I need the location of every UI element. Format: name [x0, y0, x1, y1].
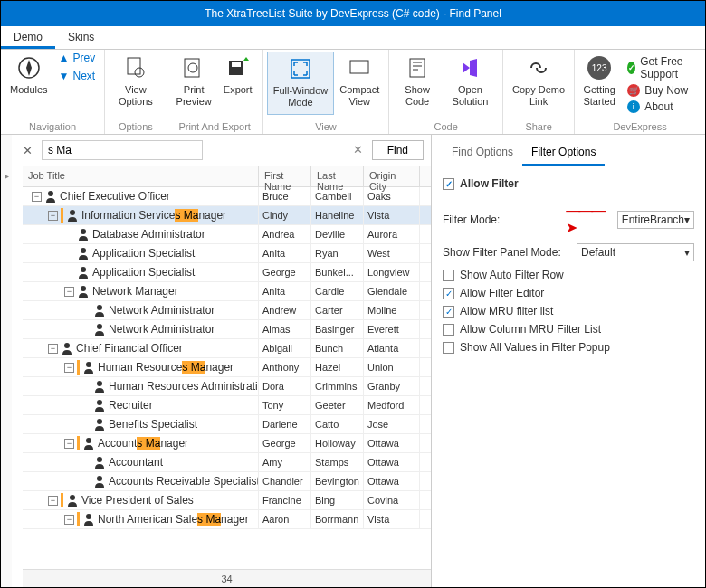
- tab-find-options[interactable]: Find Options: [443, 140, 522, 166]
- options-panel: Find Options Filter Options ✓Allow Filte…: [432, 135, 705, 587]
- allow-filter-checkbox[interactable]: ✓: [443, 178, 454, 190]
- chevron-down-icon: ▾: [684, 246, 690, 259]
- col-last-name[interactable]: Last Name: [311, 166, 364, 186]
- status-bar: 34: [23, 569, 431, 587]
- table-row[interactable]: Application SpecialistGeorgeBunkel...Lon…: [23, 263, 431, 282]
- table-row[interactable]: −North American Sales ManagerAaronBorrma…: [23, 510, 431, 529]
- table-row[interactable]: −Human Resources ManagerAnthonyHazelUnio…: [23, 358, 431, 377]
- svg-rect-8: [350, 61, 368, 73]
- getting-started-button[interactable]: 123 Getting Started: [578, 52, 620, 115]
- expand-icon[interactable]: −: [64, 363, 74, 373]
- export-button[interactable]: Export: [217, 52, 259, 115]
- svg-point-12: [81, 229, 86, 234]
- expand-icon[interactable]: −: [48, 496, 58, 506]
- svg-point-26: [70, 495, 75, 500]
- show-code-button[interactable]: Show Code: [393, 52, 442, 115]
- expand-icon[interactable]: −: [64, 287, 74, 297]
- table-row[interactable]: −Chief Executive OfficerBruceCambellOaks: [23, 187, 431, 206]
- table-row[interactable]: −Information Services ManagerCindyHaneli…: [23, 206, 431, 225]
- group-navigation: Navigation: [5, 119, 100, 134]
- expand-icon[interactable]: −: [64, 515, 74, 525]
- svg-point-14: [81, 267, 86, 272]
- cart-icon: 🛒: [627, 84, 640, 97]
- table-row[interactable]: Human Resources Administrativ...DoraCrim…: [23, 377, 431, 396]
- print-preview-button[interactable]: Print Preview: [171, 52, 217, 115]
- expand-icon[interactable]: −: [48, 211, 58, 221]
- arrow-right-icon: ———➤: [566, 203, 610, 236]
- table-row[interactable]: −Chief Financial OfficerAbigailBunchAtla…: [23, 339, 431, 358]
- svg-point-23: [86, 438, 91, 443]
- expand-icon[interactable]: −: [64, 439, 74, 449]
- clear-find-icon[interactable]: ✕: [353, 143, 363, 156]
- table-row[interactable]: RecruiterTonyGeeterMedford: [23, 396, 431, 415]
- svg-point-16: [97, 305, 102, 310]
- find-panel: ✕ ✕ Find: [12, 135, 431, 166]
- chk-show-all-values[interactable]: Show All Values in Filter Popup: [443, 341, 694, 354]
- svg-point-2: [135, 68, 144, 77]
- filter-mode-label: Filter Mode:: [443, 213, 558, 226]
- svg-point-22: [97, 419, 102, 424]
- chk-allow-mru[interactable]: ✓Allow MRU filter list: [443, 305, 694, 318]
- compact-view-button[interactable]: Compact View: [334, 52, 385, 115]
- svg-rect-9: [410, 59, 425, 77]
- chk-allow-column-mru[interactable]: Allow Column MRU Filter List: [443, 323, 694, 336]
- table-row[interactable]: AccountantAmyStampsOttawa: [23, 453, 431, 472]
- table-row[interactable]: Network AdministratorAlmasBasingerEveret…: [23, 320, 431, 339]
- chevron-down-icon: ▾: [684, 213, 690, 226]
- code-page-icon: [405, 55, 430, 81]
- table-row[interactable]: Database AdministratorAndreaDevilleAuror…: [23, 225, 431, 244]
- table-row[interactable]: Benefits SpecialistDarleneCattoJose: [23, 415, 431, 434]
- view-options-button[interactable]: View Options: [109, 52, 162, 115]
- about-link[interactable]: iAbout: [627, 100, 694, 113]
- table-row[interactable]: Application SpecialistAnitaRyanWest: [23, 244, 431, 263]
- table-row[interactable]: −Accounts ManagerGeorgeHollowayOttawa: [23, 434, 431, 453]
- menu-skins[interactable]: Skins: [55, 26, 107, 49]
- modules-button[interactable]: Modules: [5, 52, 53, 115]
- col-job-title[interactable]: Job Title: [23, 166, 259, 186]
- column-header-row: Job Title First Name Last Name Origin Ci…: [23, 166, 431, 187]
- svg-point-11: [70, 210, 75, 215]
- chk-auto-filter-row[interactable]: Show Auto Filter Row: [443, 269, 694, 281]
- table-row[interactable]: −Vice President of SalesFrancineBingCovi…: [23, 491, 431, 510]
- document-gear-icon: [123, 55, 148, 81]
- get-support-link[interactable]: ✓Get Free Support: [627, 55, 694, 81]
- find-button[interactable]: Find: [372, 140, 424, 160]
- group-print-export: Print And Export: [171, 119, 259, 134]
- expand-icon[interactable]: −: [32, 192, 42, 202]
- table-row[interactable]: Network AdministratorAndrewCarterMoline: [23, 301, 431, 320]
- filter-panel-mode-select[interactable]: Default▾: [577, 243, 694, 261]
- svg-point-10: [48, 191, 53, 196]
- svg-point-13: [81, 248, 86, 253]
- table-row[interactable]: −Network ManagerAnitaCardleGlendale: [23, 282, 431, 301]
- ribbon: Modules ▲Prev ▼Next Navigation View Opti…: [1, 50, 705, 135]
- buy-now-link[interactable]: 🛒Buy Now: [627, 84, 694, 97]
- svg-point-18: [64, 343, 70, 348]
- group-devexpress: DevExpress: [578, 119, 701, 134]
- chk-allow-filter-editor[interactable]: ✓Allow Filter Editor: [443, 287, 694, 299]
- group-view: View: [267, 119, 386, 134]
- expand-icon[interactable]: −: [48, 344, 58, 354]
- svg-point-24: [97, 457, 102, 462]
- prev-button[interactable]: ▲Prev: [59, 52, 96, 64]
- copy-demo-link-button[interactable]: Copy Demo Link: [507, 52, 570, 115]
- next-button[interactable]: ▼Next: [59, 70, 96, 82]
- svg-point-15: [81, 286, 86, 291]
- tab-filter-options[interactable]: Filter Options: [522, 140, 605, 166]
- col-first-name[interactable]: First Name: [259, 166, 311, 186]
- filter-panel-mode-label: Show Filter Panel Mode:: [443, 246, 569, 259]
- full-window-mode-button[interactable]: Full-Window Mode: [267, 52, 335, 115]
- menubar: Demo Skins: [1, 26, 705, 50]
- menu-demo[interactable]: Demo: [1, 26, 55, 49]
- tree-list: Job Title First Name Last Name Origin Ci…: [23, 166, 431, 587]
- tree-body[interactable]: −Chief Executive OfficerBruceCambellOaks…: [23, 187, 431, 569]
- find-input[interactable]: [42, 140, 203, 160]
- close-find-button[interactable]: ✕: [19, 144, 36, 157]
- compact-icon: [347, 55, 372, 81]
- svg-rect-1: [128, 58, 140, 74]
- col-origin-city[interactable]: Origin City: [364, 166, 420, 186]
- table-row[interactable]: Accounts Receivable SpecialistChandlerBe…: [23, 472, 431, 491]
- row-indicator: ▸: [1, 135, 12, 587]
- open-solution-button[interactable]: Open Solution: [442, 52, 499, 115]
- floppy-export-icon: [225, 55, 251, 81]
- filter-mode-select[interactable]: EntireBranch▾: [617, 211, 694, 229]
